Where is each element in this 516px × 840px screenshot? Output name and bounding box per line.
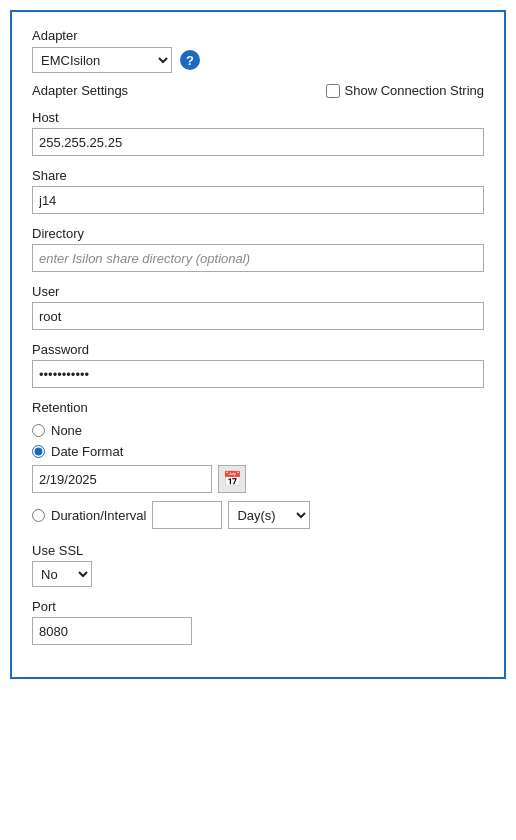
password-label: Password: [32, 342, 484, 357]
share-input[interactable]: [32, 186, 484, 214]
user-input[interactable]: [32, 302, 484, 330]
ssl-select[interactable]: No Yes: [32, 561, 92, 587]
share-group: Share: [32, 168, 484, 214]
none-radio-row: None: [32, 423, 484, 438]
date-format-radio-label: Date Format: [51, 444, 123, 459]
adapter-select[interactable]: EMCIsilon Other: [32, 47, 172, 73]
show-connection-string-label: Show Connection String: [345, 83, 484, 98]
adapter-label: Adapter: [32, 28, 484, 43]
duration-radio[interactable]: [32, 509, 45, 522]
password-group: Password: [32, 342, 484, 388]
host-label: Host: [32, 110, 484, 125]
retention-label: Retention: [32, 400, 484, 415]
port-input[interactable]: [32, 617, 192, 645]
help-icon[interactable]: ?: [180, 50, 200, 70]
share-label: Share: [32, 168, 484, 183]
duration-input[interactable]: [152, 501, 222, 529]
main-panel: Adapter EMCIsilon Other ? Adapter Settin…: [10, 10, 506, 679]
date-format-row: 📅: [32, 465, 484, 493]
host-input[interactable]: [32, 128, 484, 156]
directory-label: Directory: [32, 226, 484, 241]
show-connection-string-checkbox[interactable]: [326, 84, 340, 98]
user-group: User: [32, 284, 484, 330]
none-radio[interactable]: [32, 424, 45, 437]
ssl-section: Use SSL No Yes: [32, 543, 484, 587]
adapter-settings-label: Adapter Settings: [32, 83, 128, 98]
host-group: Host: [32, 110, 484, 156]
adapter-row: EMCIsilon Other ?: [32, 47, 484, 73]
directory-input[interactable]: [32, 244, 484, 272]
password-input[interactable]: [32, 360, 484, 388]
duration-select[interactable]: Day(s) Week(s) Month(s): [228, 501, 310, 529]
duration-radio-label: Duration/Interval: [51, 508, 146, 523]
adapter-settings-row: Adapter Settings Show Connection String: [32, 83, 484, 98]
none-radio-label: None: [51, 423, 82, 438]
ssl-label: Use SSL: [32, 543, 484, 558]
connection-string-row: Show Connection String: [326, 83, 484, 98]
duration-row: Duration/Interval Day(s) Week(s) Month(s…: [32, 501, 484, 529]
port-section: Port: [32, 599, 484, 645]
date-format-radio[interactable]: [32, 445, 45, 458]
retention-section: Retention None Date Format 📅 Duration/In…: [32, 400, 484, 529]
directory-group: Directory: [32, 226, 484, 272]
calendar-icon[interactable]: 📅: [218, 465, 246, 493]
date-format-radio-row: Date Format: [32, 444, 484, 459]
port-label: Port: [32, 599, 484, 614]
user-label: User: [32, 284, 484, 299]
date-input[interactable]: [32, 465, 212, 493]
